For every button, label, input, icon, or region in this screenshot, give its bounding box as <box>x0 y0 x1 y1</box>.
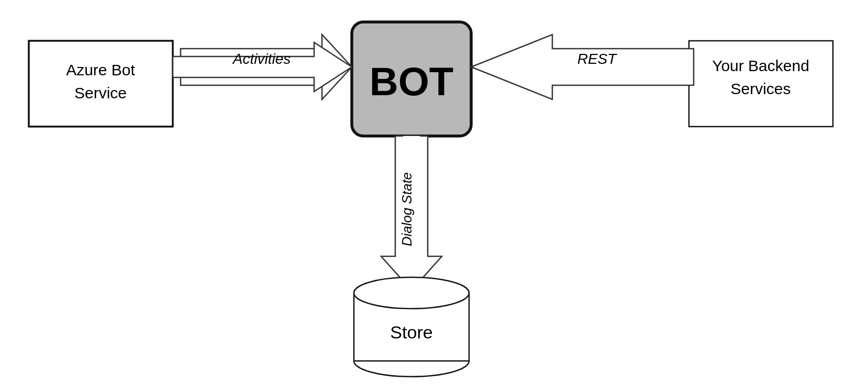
azure-bot-service-text2: Service <box>74 84 127 101</box>
backend-services-text2: Services <box>730 80 791 97</box>
bot-text: BOT <box>370 59 453 104</box>
azure-bot-service-box <box>29 41 173 127</box>
azure-bot-service-text: Azure Bot <box>66 61 135 78</box>
dialog-state-label: Dialog State <box>399 172 415 246</box>
store-text: Store <box>390 322 432 342</box>
rest-label: REST <box>577 51 618 67</box>
backend-services-text1: Your Backend <box>712 57 809 74</box>
activities-label: Activities <box>232 51 291 67</box>
store-cylinder-top <box>354 277 469 309</box>
